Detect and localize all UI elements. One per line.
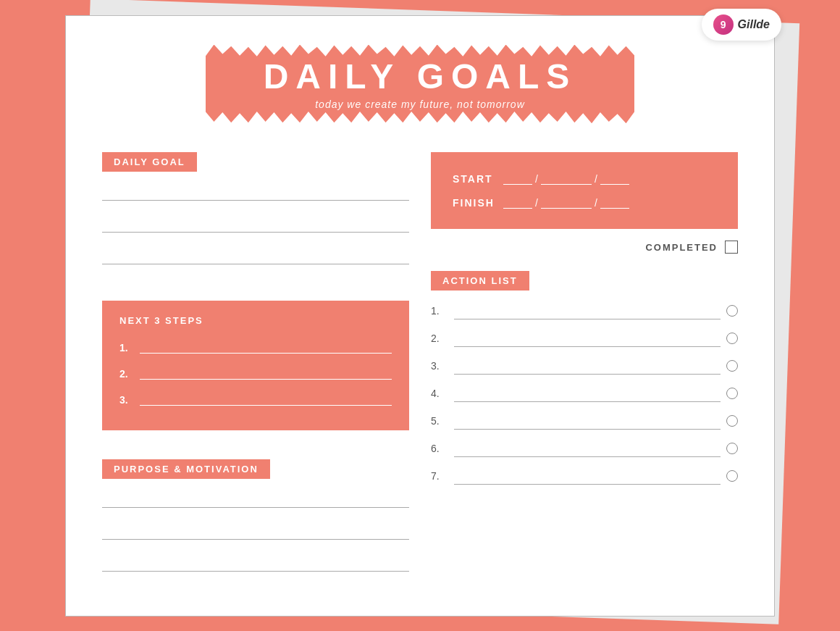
finish-month[interactable] [503, 196, 532, 209]
daily-goal-line-3[interactable] [102, 247, 409, 264]
step-input-3[interactable] [140, 390, 392, 406]
start-label: START [453, 173, 503, 185]
action-item-4: 4. [431, 385, 738, 402]
action-input-5[interactable] [454, 412, 721, 430]
action-circle-1[interactable] [726, 305, 738, 317]
start-row: START / / [453, 172, 716, 185]
action-item-7: 7. [431, 467, 738, 485]
action-number-1: 1. [431, 305, 448, 317]
action-circle-6[interactable] [726, 443, 738, 454]
finish-year[interactable] [600, 196, 629, 209]
action-number-4: 4. [431, 388, 448, 399]
header-banner: DAILY GOALS today we create my future, n… [102, 45, 738, 124]
action-input-6[interactable] [454, 440, 721, 457]
action-number-5: 5. [431, 415, 448, 427]
step-row-3: 3. [119, 390, 392, 406]
finish-row: FINISH / / [453, 196, 716, 209]
completed-row: COMPLETED [431, 241, 738, 254]
action-circle-7[interactable] [726, 470, 738, 482]
document-page: 9 Gillde DAILY GOALS today we create my … [65, 15, 775, 617]
start-month[interactable] [503, 172, 532, 185]
action-input-4[interactable] [454, 385, 721, 402]
action-number-6: 6. [431, 443, 448, 454]
purpose-line-2[interactable] [102, 522, 409, 540]
page-subtitle: today we create my future, not tomorrow [264, 99, 577, 116]
step-input-1[interactable] [140, 338, 392, 354]
daily-goal-header: DAILY GOAL [102, 152, 197, 172]
step-row-2: 2. [119, 364, 392, 380]
right-column: START / / FINISH / [431, 152, 738, 586]
step-number-3: 3. [119, 394, 134, 406]
logo-text: Gillde [738, 18, 770, 31]
action-item-3: 3. [431, 357, 738, 375]
action-input-7[interactable] [454, 467, 721, 485]
left-column: DAILY GOAL NEXT 3 STEPS 1. 2. [102, 152, 409, 586]
action-number-3: 3. [431, 360, 448, 372]
purpose-line-1[interactable] [102, 490, 409, 508]
action-circle-2[interactable] [726, 333, 738, 344]
action-number-2: 2. [431, 333, 448, 344]
action-circle-5[interactable] [726, 415, 738, 427]
step-row-1: 1. [119, 338, 392, 354]
finish-label: FINISH [453, 197, 503, 209]
start-date-fields: / / [503, 172, 716, 185]
finish-day[interactable] [541, 196, 592, 209]
daily-goal-section: DAILY GOAL [102, 152, 409, 279]
banner-background: DAILY GOALS today we create my future, n… [206, 45, 635, 124]
action-item-2: 2. [431, 330, 738, 347]
step-number-1: 1. [119, 342, 134, 354]
main-content: DAILY GOAL NEXT 3 STEPS 1. 2. [102, 152, 738, 586]
action-item-6: 6. [431, 440, 738, 457]
action-list-header: ACTION LIST [431, 271, 529, 291]
action-input-2[interactable] [454, 330, 721, 347]
action-item-5: 5. [431, 412, 738, 430]
action-number-7: 7. [431, 470, 448, 482]
start-day[interactable] [541, 172, 592, 185]
purpose-section: PURPOSE & MOTIVATION [102, 459, 409, 586]
purpose-header: PURPOSE & MOTIVATION [102, 459, 270, 479]
completed-checkbox[interactable] [725, 241, 738, 254]
action-circle-3[interactable] [726, 360, 738, 372]
action-item-1: 1. [431, 302, 738, 319]
action-list-section: ACTION LIST 1. 2. 3. [431, 271, 738, 495]
step-input-2[interactable] [140, 364, 392, 380]
page-title: DAILY GOALS [264, 58, 577, 96]
completed-label: COMPLETED [645, 242, 718, 253]
daily-goal-line-1[interactable] [102, 183, 409, 201]
start-year[interactable] [600, 172, 629, 185]
next-steps-header: NEXT 3 STEPS [119, 315, 392, 326]
date-box: START / / FINISH / [431, 152, 738, 229]
next-steps-section: NEXT 3 STEPS 1. 2. 3. [102, 301, 409, 430]
finish-date-fields: / / [503, 196, 716, 209]
logo-badge: 9 Gillde [702, 9, 781, 41]
daily-goal-line-2[interactable] [102, 215, 409, 233]
purpose-line-3[interactable] [102, 554, 409, 572]
action-input-3[interactable] [454, 357, 721, 375]
step-number-2: 2. [119, 368, 134, 380]
action-circle-4[interactable] [726, 388, 738, 399]
logo-icon: 9 [713, 14, 734, 35]
action-input-1[interactable] [454, 302, 721, 319]
